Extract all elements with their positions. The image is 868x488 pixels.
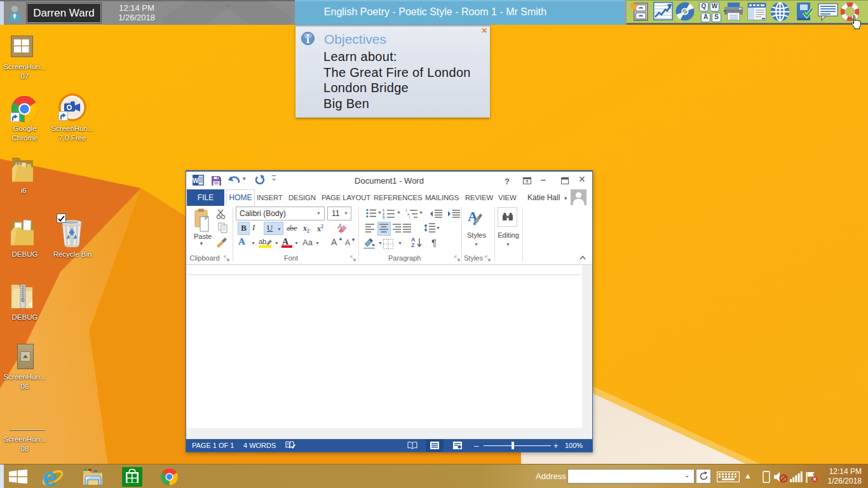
svg-text:ab: ab: [259, 238, 266, 245]
svg-text:e: e: [43, 465, 57, 488]
svg-text:3: 3: [383, 215, 384, 219]
svg-text:i: i: [409, 215, 410, 219]
